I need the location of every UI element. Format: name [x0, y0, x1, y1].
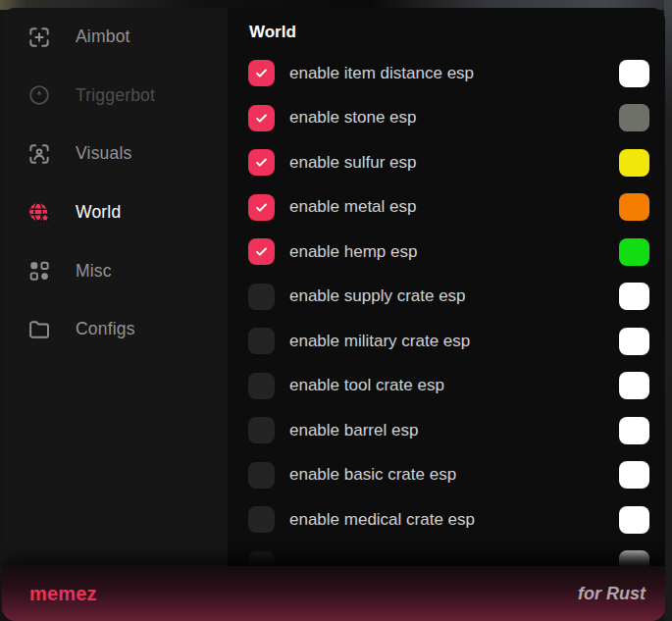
- esp-row: enable supply crate esp: [248, 275, 649, 320]
- esp-checkbox[interactable]: [248, 60, 275, 86]
- esp-checkbox[interactable]: [248, 149, 275, 176]
- sidebar-item-world[interactable]: World: [2, 183, 228, 242]
- desktop-background-edge: [664, 0, 672, 621]
- folder-icon: [26, 317, 52, 342]
- tagline-text: for Rust: [578, 584, 646, 604]
- esp-row-label: enable stone esp: [289, 108, 619, 128]
- esp-color-swatch[interactable]: [619, 283, 649, 310]
- esp-row-label: enable barrel esp: [289, 421, 619, 440]
- world-panel: World enable item distance esp enable st…: [228, 8, 665, 566]
- esp-color-swatch[interactable]: [619, 550, 649, 566]
- esp-row-label: enable sulfur esp: [289, 153, 619, 173]
- esp-row-label: enable item distance esp: [289, 64, 619, 83]
- esp-checkbox[interactable]: [248, 373, 275, 399]
- esp-color-swatch[interactable]: [619, 60, 649, 87]
- circle-dot-icon: [26, 82, 52, 108]
- esp-row-label: enable medical crate esp: [289, 510, 619, 530]
- esp-row-label: enable supply crate esp: [289, 286, 619, 306]
- esp-row: enable medical crate esp: [248, 497, 649, 543]
- esp-checkbox[interactable]: [248, 506, 275, 533]
- sidebar-item-label: Triggerbot: [76, 85, 155, 106]
- esp-row: enable tool crate esp: [248, 364, 649, 409]
- esp-color-swatch[interactable]: [619, 193, 649, 221]
- window-content: Aimbot Triggerbot Visuals World Misc Con…: [2, 8, 665, 566]
- esp-settings-list: enable item distance esp enable stone es…: [248, 51, 665, 566]
- esp-row: enable barrel esp: [248, 408, 649, 453]
- sidebar-item-aimbot[interactable]: Aimbot: [2, 8, 228, 67]
- sidebar-item-label: Configs: [76, 319, 135, 339]
- crosshair-scan-icon: [26, 25, 52, 50]
- sidebar-item-configs[interactable]: Configs: [2, 300, 228, 359]
- esp-color-swatch[interactable]: [619, 506, 649, 534]
- esp-color-swatch[interactable]: [619, 461, 649, 489]
- esp-color-swatch[interactable]: [619, 417, 649, 444]
- sidebar-item-label: World: [76, 202, 121, 223]
- esp-checkbox[interactable]: [248, 328, 275, 354]
- panel-title: World: [249, 23, 665, 42]
- sidebar-item-label: Aimbot: [76, 26, 130, 47]
- esp-row: enable sulfur esp: [248, 140, 649, 185]
- esp-color-swatch[interactable]: [619, 328, 649, 355]
- esp-checkbox[interactable]: [248, 284, 275, 310]
- esp-checkbox[interactable]: [248, 551, 275, 566]
- esp-color-swatch[interactable]: [619, 104, 649, 131]
- sidebar-item-visuals[interactable]: Visuals: [2, 125, 228, 183]
- esp-checkbox[interactable]: [248, 238, 275, 265]
- brand-text: memez: [29, 583, 97, 605]
- esp-row-label: enable military crate esp: [289, 332, 619, 351]
- sidebar-item-misc[interactable]: Misc: [2, 241, 228, 300]
- esp-checkbox[interactable]: [248, 194, 275, 221]
- grid-icon: [26, 258, 52, 284]
- esp-checkbox[interactable]: [248, 105, 275, 131]
- esp-color-swatch[interactable]: [619, 149, 649, 177]
- esp-row-label: enable basic crate esp: [289, 465, 619, 485]
- esp-row: enable stone esp: [248, 96, 649, 141]
- esp-color-swatch[interactable]: [619, 372, 649, 399]
- cheat-menu-window: Aimbot Triggerbot Visuals World Misc Con…: [2, 8, 665, 621]
- esp-row-label: enable metal esp: [289, 197, 619, 217]
- esp-row: enable military crate esp: [248, 319, 649, 364]
- esp-row: [248, 543, 649, 567]
- esp-checkbox[interactable]: [248, 462, 275, 489]
- sidebar-item-triggerbot[interactable]: Triggerbot: [2, 67, 228, 126]
- sidebar: Aimbot Triggerbot Visuals World Misc Con…: [2, 8, 228, 566]
- esp-row: enable item distance esp: [248, 51, 649, 96]
- esp-row: enable basic crate esp: [248, 453, 649, 498]
- globe-star-icon: [26, 200, 52, 226]
- esp-row: enable metal esp: [248, 185, 649, 231]
- esp-checkbox[interactable]: [248, 417, 275, 443]
- esp-row: enable hemp esp: [248, 230, 649, 275]
- sidebar-item-label: Misc: [76, 261, 112, 282]
- esp-row-label: enable hemp esp: [289, 242, 619, 262]
- esp-color-swatch[interactable]: [619, 238, 649, 266]
- footer-bar: memez for Rust: [2, 566, 665, 621]
- sidebar-item-label: Visuals: [76, 143, 132, 164]
- esp-row-label: enable tool crate esp: [289, 376, 619, 395]
- user-scan-icon: [26, 141, 52, 167]
